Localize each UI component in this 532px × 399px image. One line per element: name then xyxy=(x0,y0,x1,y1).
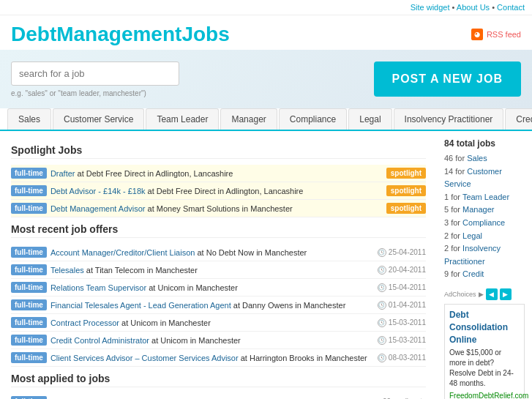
job-company: Titan Telecom xyxy=(95,266,145,275)
job-company: Unicom xyxy=(157,283,184,292)
job-location: Manchester xyxy=(265,248,307,257)
job-text: Relations Team Supervisor at Unicom in M… xyxy=(50,283,374,292)
nav-tab-insolvency-practitioner[interactable]: Insolvency Practitioner xyxy=(394,108,504,130)
clock-icon: 🕓 xyxy=(378,283,386,292)
sidebar-stat-link[interactable]: Sales xyxy=(467,154,487,163)
nav-tab-customer-service[interactable]: Customer Service xyxy=(53,108,144,130)
job-title-link[interactable]: Debt Advisor - £14k - £18k xyxy=(50,187,146,195)
about-us-link[interactable]: About Us xyxy=(457,3,490,12)
play-icon: ▶ xyxy=(479,291,484,298)
main-layout: Spotlight Jobs full-time Drafter at Debt… xyxy=(0,131,532,399)
job-title-link[interactable]: Contract Processor xyxy=(50,318,119,327)
job-text: Account Manager/Creditor/Client Liaison … xyxy=(50,248,374,257)
ad-desc: Owe $15,000 or more in debt? Resolve Deb… xyxy=(449,348,520,389)
job-in: in xyxy=(242,204,251,213)
job-location: Manchester xyxy=(304,301,345,310)
clock-icon: 🕓 xyxy=(378,318,386,327)
job-in: in xyxy=(295,301,304,310)
sidebar-stat-link[interactable]: Compliance xyxy=(462,218,505,227)
job-location: Adlington, Lancashire xyxy=(226,187,304,195)
search-area: e.g. "sales" or "team leader, manchester… xyxy=(0,50,532,108)
site-widget-link[interactable]: Site widget xyxy=(411,3,450,12)
job-title-link[interactable]: Client Services Advisor – Customer Servi… xyxy=(50,354,239,362)
nav-tab-sales[interactable]: Sales xyxy=(7,108,51,130)
job-in: in xyxy=(190,336,199,345)
nav-tab-credit[interactable]: Credit xyxy=(505,108,532,130)
job-company: Debt Free Direct xyxy=(86,169,146,178)
nav-tab-team-leader[interactable]: Team Leader xyxy=(146,108,219,130)
job-title-link[interactable]: Credit Control Administrator xyxy=(50,336,149,345)
job-at: at xyxy=(86,266,95,275)
job-type-badge: full-time xyxy=(11,282,47,293)
job-location: Manchester xyxy=(250,204,292,213)
job-in: in xyxy=(147,266,156,275)
recent-job-row: full-time Contract Processor at Unicom i… xyxy=(11,314,426,332)
recent-job-row: full-time Client Services Advisor – Cust… xyxy=(11,349,426,367)
sidebar-stat-item: 2 for Insolvency Practitioner xyxy=(444,242,525,268)
clock-icon: 🕓 xyxy=(378,266,386,275)
job-title-link[interactable]: Telesales xyxy=(50,266,84,275)
job-company: Harrington Brooks xyxy=(250,354,315,362)
job-at: at xyxy=(151,336,160,345)
sidebar-stat-item: 46 for Sales xyxy=(444,152,525,165)
recent-job-row: full-time Financial Telesales Agent - Le… xyxy=(11,297,426,314)
nav-tab-compliance[interactable]: Compliance xyxy=(279,108,347,130)
job-type-badge: full-time xyxy=(11,335,47,346)
job-title-link[interactable]: Relations Team Supervisor xyxy=(50,283,146,292)
job-title-link[interactable]: Account Manager/Creditor/Client Liaison xyxy=(50,248,195,257)
job-text: Drafter at Debt Free Direct in Adlington… xyxy=(50,169,383,178)
nav-tab-legal[interactable]: Legal xyxy=(348,108,391,130)
clock-icon: 🕓 xyxy=(378,336,386,345)
job-date: 🕓 20-04-2011 xyxy=(378,266,426,275)
job-type-badge: full-time xyxy=(11,396,47,399)
sidebar-total: 84 total jobs xyxy=(444,138,525,149)
sidebar-stat-link[interactable]: Insolvency Practitioner xyxy=(444,244,501,266)
job-text: Credit Control Administrator at Unicom i… xyxy=(50,336,374,345)
sidebar: 84 total jobs 46 for Sales14 for Custome… xyxy=(437,131,532,399)
contact-link[interactable]: Contact xyxy=(497,3,525,12)
job-location: Manchester xyxy=(155,266,197,275)
post-job-button[interactable]: POST A NEW JOB xyxy=(374,61,522,97)
job-company: Unicom xyxy=(130,318,157,327)
clock-icon: 🕓 xyxy=(378,248,386,257)
job-type-badge: full-time xyxy=(11,168,47,179)
spotlight-badge: spotlight xyxy=(386,203,426,214)
job-at: at xyxy=(233,301,242,310)
job-title-link[interactable]: Financial Telesales Agent - Lead Generat… xyxy=(50,301,231,310)
nav-tab-manager[interactable]: Manager xyxy=(220,108,277,130)
job-in: in xyxy=(218,187,226,195)
spotlight-job-row: full-time Debt Advisor - £14k - £18k at … xyxy=(11,182,426,200)
spotlight-badge: spotlight xyxy=(386,185,426,196)
ad-prev-button[interactable]: ◀ xyxy=(486,288,498,300)
search-input[interactable] xyxy=(11,61,179,86)
ad-next-button[interactable]: ▶ xyxy=(500,288,512,300)
job-date: 🕓 08-03-2011 xyxy=(378,354,426,362)
most-applied-heading: Most applied to jobs xyxy=(11,373,426,387)
job-location: Adlington, Lancashire xyxy=(156,169,233,178)
spotlight-job-row: full-time Drafter at Debt Free Direct in… xyxy=(11,165,426,182)
job-type-badge: full-time xyxy=(11,317,47,328)
sidebar-stat-link[interactable]: Team Leader xyxy=(462,193,509,201)
sidebar-stat-link[interactable]: Legal xyxy=(462,231,482,240)
sidebar-stat-item: 14 for Customer Service xyxy=(444,165,525,191)
search-left: e.g. "sales" or "team leader, manchester… xyxy=(11,61,179,97)
logo: DebtManagementJobs xyxy=(11,23,230,46)
job-type-badge: full-time xyxy=(11,264,47,275)
sidebar-stat-link[interactable]: Customer Service xyxy=(444,167,502,189)
recent-jobs: full-time Account Manager/Creditor/Clien… xyxy=(11,244,426,367)
nav-tabs: SalesCustomer ServiceTeam LeaderManagerC… xyxy=(0,108,532,131)
ad-block: Debt Consolidation Online Owe $15,000 or… xyxy=(444,304,525,399)
sidebar-stat-link[interactable]: Manager xyxy=(462,205,494,214)
spotlight-heading: Spotlight Jobs xyxy=(11,144,426,159)
job-in: in xyxy=(187,283,196,292)
job-title-link[interactable]: Debt Management Advisor xyxy=(50,204,146,213)
ad-title: Debt Consolidation Online xyxy=(449,309,520,346)
sidebar-stat-link[interactable]: Credit xyxy=(462,269,484,278)
job-date: 🕓 25-04-2011 xyxy=(378,248,426,257)
rss-area[interactable]: ◕ RSS feed xyxy=(471,29,521,40)
sidebar-stat-item: 3 for Compliance xyxy=(444,217,525,230)
job-title-link[interactable]: Drafter xyxy=(50,169,75,178)
top-bar: Site widget • About Us • Contact xyxy=(0,0,532,15)
job-type-badge: full-time xyxy=(11,352,47,363)
job-text: Contract Processor at Unicom in Manchest… xyxy=(50,318,374,327)
